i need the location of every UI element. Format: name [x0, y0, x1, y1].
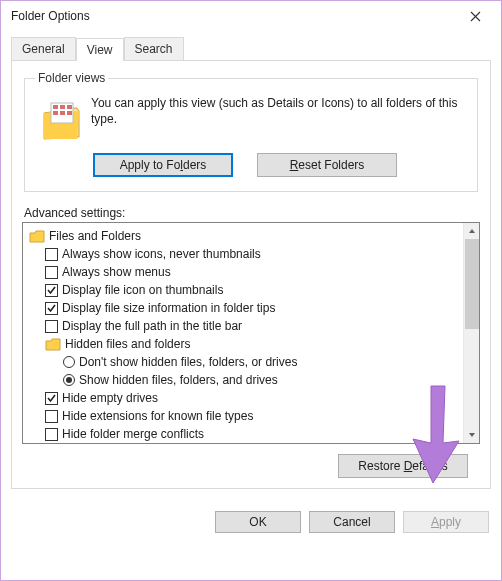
tree-content: Files and Folders Always show icons, nev…	[23, 223, 463, 443]
scroll-down-button[interactable]	[464, 427, 480, 443]
tree-item[interactable]: Hide extensions for known file types	[45, 407, 463, 425]
advanced-settings-tree[interactable]: Files and Folders Always show icons, nev…	[22, 222, 480, 444]
svg-rect-2	[60, 105, 65, 109]
tree-item[interactable]: Hide empty drives	[45, 389, 463, 407]
tree-item[interactable]: Always show icons, never thumbnails	[45, 245, 463, 263]
checkbox[interactable]	[45, 320, 58, 333]
folder-views-text: You can apply this view (such as Details…	[91, 95, 467, 127]
tree-item-label: Display the full path in the title bar	[62, 319, 242, 333]
tab-general[interactable]: General	[11, 37, 76, 60]
tree-item[interactable]: Display file icon on thumbnails	[45, 281, 463, 299]
tree-item-label: Hide extensions for known file types	[62, 409, 253, 423]
folder-views-icon	[41, 101, 83, 143]
dialog-buttons: OK Cancel Apply	[1, 489, 501, 545]
window-title: Folder Options	[11, 9, 90, 23]
svg-rect-5	[60, 111, 65, 115]
cancel-button[interactable]: Cancel	[309, 511, 395, 533]
tree-radio-item[interactable]: Show hidden files, folders, and drives	[63, 371, 463, 389]
scroll-up-button[interactable]	[464, 223, 480, 239]
tab-strip: General View Search	[11, 37, 501, 60]
tree-group-files-and-folders[interactable]: Files and Folders	[29, 227, 463, 245]
apply-button[interactable]: Apply	[403, 511, 489, 533]
checkbox[interactable]	[45, 284, 58, 297]
tree-item-label: Hide folder merge conflicts	[62, 427, 204, 441]
checkbox[interactable]	[45, 248, 58, 261]
radio[interactable]	[63, 374, 75, 386]
folder-icon	[45, 337, 61, 351]
svg-rect-6	[67, 111, 72, 115]
checkbox[interactable]	[45, 410, 58, 423]
checkbox[interactable]	[45, 266, 58, 279]
folder-views-legend: Folder views	[35, 71, 108, 85]
checkbox[interactable]	[45, 428, 58, 441]
title-bar: Folder Options	[1, 1, 501, 31]
tree-item-label: Don't show hidden files, folders, or dri…	[79, 355, 297, 369]
tree-item[interactable]: Hide folder merge conflicts	[45, 425, 463, 443]
tree-item-label: Always show icons, never thumbnails	[62, 247, 261, 261]
scrollbar[interactable]	[463, 223, 479, 443]
svg-rect-4	[53, 111, 58, 115]
checkbox[interactable]	[45, 392, 58, 405]
tree-item-label: Always show menus	[62, 265, 171, 279]
tab-panel-view: Folder views You can apply this view (su…	[11, 60, 491, 489]
tree-item[interactable]: Always show menus	[45, 263, 463, 281]
svg-rect-1	[53, 105, 58, 109]
close-button[interactable]	[455, 1, 495, 31]
apply-to-folders-button[interactable]: Apply to Folders	[93, 153, 233, 177]
folder-views-group: Folder views You can apply this view (su…	[24, 71, 478, 192]
close-icon	[470, 11, 481, 22]
tree-item-label: Display file size information in folder …	[62, 301, 275, 315]
svg-rect-3	[67, 105, 72, 109]
checkbox[interactable]	[45, 302, 58, 315]
scroll-track[interactable]	[465, 329, 479, 427]
tree-item[interactable]: Display file size information in folder …	[45, 299, 463, 317]
tab-search[interactable]: Search	[124, 37, 184, 60]
tree-item[interactable]: Display the full path in the title bar	[45, 317, 463, 335]
tree-item-label: Hide empty drives	[62, 391, 158, 405]
advanced-settings-label: Advanced settings:	[24, 206, 478, 220]
tree-radio-item[interactable]: Don't show hidden files, folders, or dri…	[63, 353, 463, 371]
tree-item-label: Display file icon on thumbnails	[62, 283, 223, 297]
scroll-thumb[interactable]	[465, 239, 479, 329]
tree-item-label: Show hidden files, folders, and drives	[79, 373, 278, 387]
folder-icon	[29, 229, 45, 243]
restore-defaults-button[interactable]: Restore Defaults	[338, 454, 468, 478]
reset-folders-button[interactable]: Reset Folders	[257, 153, 397, 177]
radio[interactable]	[63, 356, 75, 368]
ok-button[interactable]: OK	[215, 511, 301, 533]
tab-view[interactable]: View	[76, 38, 124, 61]
tree-group-hidden-files[interactable]: Hidden files and folders	[45, 335, 463, 353]
